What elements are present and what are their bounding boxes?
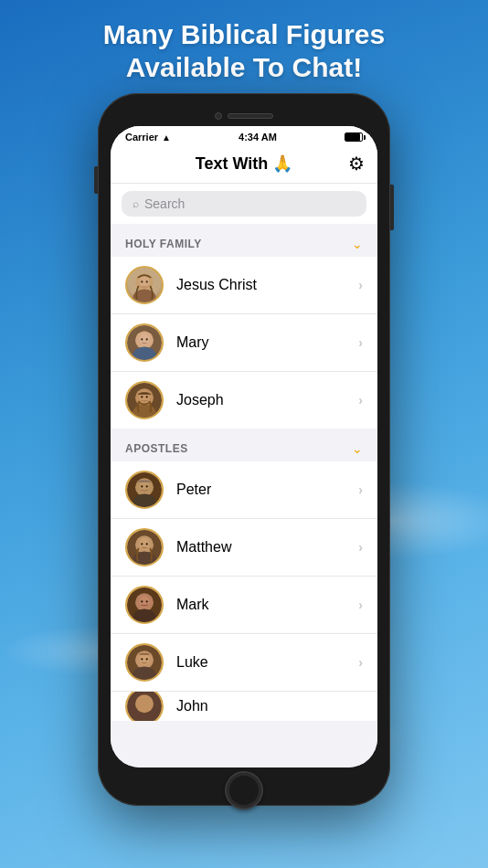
section-apostles-chevron[interactable]: ⌄ <box>352 441 363 456</box>
item-name-john-partial: John <box>176 698 363 715</box>
section-holy-family-title: HOLY FAMILY <box>125 238 202 250</box>
svg-point-9 <box>141 338 143 340</box>
item-name-mark: Mark <box>176 597 358 613</box>
svg-point-4 <box>146 281 148 282</box>
svg-point-21 <box>141 485 143 487</box>
phone-shell: Carrier ▲ 4:34 AM Text With 🙏 ⚙ ⌕ Search… <box>98 93 390 806</box>
apostles-list: Peter › <box>111 461 377 721</box>
svg-point-15 <box>141 396 143 397</box>
avatar-john-partial <box>125 692 164 721</box>
status-bar: Carrier ▲ 4:34 AM <box>111 126 377 146</box>
svg-point-39 <box>141 658 143 660</box>
list-item-jesus-christ[interactable]: Jesus Christ › <box>111 257 377 314</box>
speaker <box>228 113 273 119</box>
list-item-mary[interactable]: Mary › <box>111 314 377 372</box>
phone-screen: Carrier ▲ 4:34 AM Text With 🙏 ⚙ ⌕ Search… <box>111 126 377 767</box>
svg-point-28 <box>146 543 148 545</box>
list-item-john-partial[interactable]: John <box>111 692 377 721</box>
battery-icon <box>345 132 363 142</box>
avatar-matthew <box>125 528 164 566</box>
avatar-mary <box>125 323 164 362</box>
chevron-joseph: › <box>358 393 363 408</box>
search-bar-container: ⌕ Search <box>111 184 377 224</box>
carrier-label: Carrier <box>125 132 158 143</box>
list-item-mark[interactable]: Mark › <box>111 577 377 634</box>
section-holy-family-chevron[interactable]: ⌄ <box>352 237 363 251</box>
home-button[interactable] <box>225 771 263 810</box>
chevron-mary: › <box>358 335 363 350</box>
list-item-matthew[interactable]: Matthew › <box>111 519 377 577</box>
svg-point-33 <box>141 600 143 602</box>
avatar-jesus-christ <box>125 266 164 304</box>
status-left: Carrier ▲ <box>125 132 171 143</box>
chevron-peter: › <box>358 482 363 497</box>
list-item-joseph[interactable]: Joseph › <box>111 372 377 429</box>
search-input[interactable]: ⌕ Search <box>122 191 366 217</box>
avatar-mark <box>125 586 164 624</box>
headline-line2: Available To Chat! <box>126 52 362 82</box>
headline: Many Biblical Figures Available To Chat! <box>85 0 403 93</box>
chevron-jesus-christ: › <box>358 278 363 292</box>
avatar-joseph <box>125 381 164 419</box>
chevron-luke: › <box>358 655 363 670</box>
svg-point-10 <box>146 338 148 340</box>
item-name-joseph: Joseph <box>176 392 358 408</box>
item-name-jesus-christ: Jesus Christ <box>176 277 358 293</box>
settings-icon[interactable]: ⚙ <box>348 153 365 175</box>
svg-point-22 <box>146 485 148 487</box>
search-icon: ⌕ <box>133 197 139 210</box>
svg-point-34 <box>146 600 148 602</box>
svg-point-2 <box>140 276 150 288</box>
camera <box>215 112 222 120</box>
svg-point-40 <box>146 658 148 660</box>
chevron-mark: › <box>358 598 363 612</box>
chevron-matthew: › <box>358 540 363 555</box>
app-title: Text With 🙏 <box>196 153 293 174</box>
headline-line1: Many Biblical Figures <box>103 19 385 49</box>
content-scroll[interactable]: HOLY FAMILY ⌄ <box>111 224 377 767</box>
holy-family-list: Jesus Christ › <box>111 257 377 429</box>
section-apostles-header[interactable]: APOSTLES ⌄ <box>111 429 377 461</box>
svg-point-3 <box>141 281 143 282</box>
item-name-peter: Peter <box>176 482 358 498</box>
app-header: Text With 🙏 ⚙ <box>111 146 377 184</box>
search-placeholder: Search <box>144 196 185 211</box>
avatar-luke <box>125 643 164 682</box>
section-apostles-title: APOSTLES <box>125 442 188 455</box>
phone-top-bar <box>111 106 377 126</box>
phone-bottom <box>111 767 377 813</box>
svg-point-20 <box>140 481 150 492</box>
section-holy-family-header[interactable]: HOLY FAMILY ⌄ <box>111 224 377 257</box>
battery-fill <box>345 133 360 141</box>
avatar-peter <box>125 471 164 509</box>
svg-point-16 <box>146 396 148 397</box>
wifi-icon: ▲ <box>162 132 171 143</box>
list-item-luke[interactable]: Luke › <box>111 634 377 692</box>
status-time: 4:34 AM <box>239 132 277 143</box>
item-name-luke: Luke <box>176 654 358 671</box>
item-name-mary: Mary <box>176 334 358 351</box>
item-name-matthew: Matthew <box>176 539 358 556</box>
svg-point-27 <box>141 543 143 545</box>
list-item-peter[interactable]: Peter › <box>111 461 377 519</box>
svg-point-42 <box>135 694 154 713</box>
